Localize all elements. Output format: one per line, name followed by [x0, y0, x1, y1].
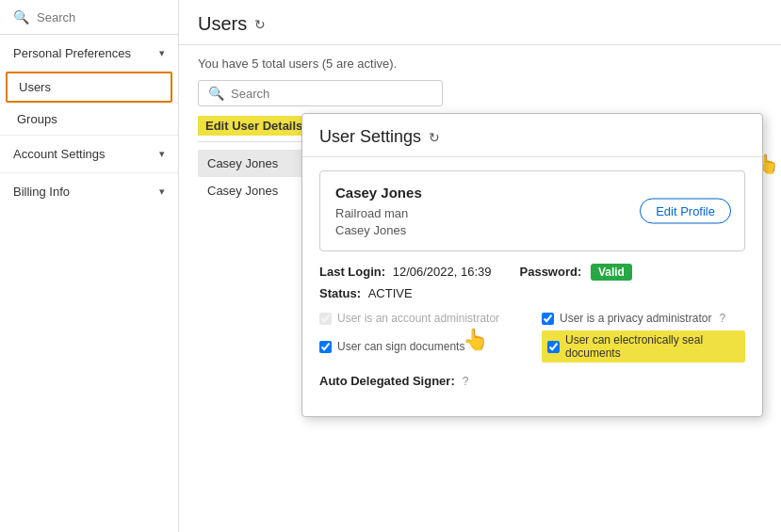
sidebar-item-personal-preferences[interactable]: Personal Preferences ▾	[0, 35, 178, 72]
checkbox-account-admin-input[interactable]	[319, 313, 332, 325]
users-search-input[interactable]	[231, 87, 432, 101]
checkbox-privacy-admin: User is a privacy administrator ?	[542, 312, 745, 325]
checkbox-seal-docs-input[interactable]	[547, 341, 560, 353]
sidebar-item-account-settings[interactable]: Account Settings ▾	[0, 136, 178, 172]
password-info: Password: Valid	[520, 265, 632, 279]
checkbox-sign-docs: User can sign documents	[319, 330, 523, 363]
last-login-info: Last Login: 12/06/2022, 16:39	[319, 265, 492, 279]
main-header: Users ↻	[179, 0, 781, 45]
chevron-down-icon: ▾	[159, 47, 165, 59]
profile-username: Casey Jones	[335, 223, 729, 237]
user-settings-panel: User Settings ↻ Casey Jones Railroad man…	[301, 113, 763, 417]
help-icon[interactable]: ?	[719, 312, 725, 325]
panel-title: User Settings	[319, 127, 421, 147]
tab-edit-user-details[interactable]: Edit User Details	[198, 116, 310, 136]
panel-header: User Settings ↻	[302, 114, 762, 157]
sidebar-search-container: 🔍	[0, 0, 178, 35]
auto-delegate-help-icon[interactable]: ?	[463, 375, 469, 388]
sidebar-item-billing-info[interactable]: Billing Info ▾	[0, 173, 178, 210]
status-row: Status: ACTIVE	[319, 286, 745, 300]
users-count: You have 5 total users (5 are active).	[198, 56, 762, 71]
checkbox-sign-docs-input[interactable]	[319, 341, 332, 353]
sidebar-search-input[interactable]	[37, 10, 165, 24]
search-icon: 🔍	[208, 86, 224, 101]
checkboxes-grid: User is an account administrator User is…	[319, 312, 745, 363]
search-icon: 🔍	[13, 9, 29, 24]
checkbox-account-admin: User is an account administrator	[319, 312, 523, 325]
main-content: Users ↻ You have 5 total users (5 are ac…	[179, 0, 781, 532]
password-badge: Valid	[591, 264, 632, 281]
info-row: Last Login: 12/06/2022, 16:39 Password: …	[319, 265, 745, 279]
chevron-down-icon: ▾	[159, 148, 165, 160]
chevron-down-icon: ▾	[159, 185, 165, 198]
sidebar-item-groups[interactable]: Groups	[0, 104, 178, 135]
auto-delegate-row: Auto Delegated Signer: ?	[319, 374, 745, 388]
profile-card: Casey Jones Railroad man Casey Jones Edi…	[319, 170, 745, 251]
users-search-bar: 🔍	[198, 80, 443, 106]
refresh-icon[interactable]: ↻	[254, 17, 266, 32]
checkbox-seal-docs: User can electronically seal documents	[542, 330, 745, 363]
panel-body: Casey Jones Railroad man Casey Jones Edi…	[302, 157, 762, 401]
checkbox-privacy-admin-input[interactable]	[542, 313, 554, 325]
page-title: Users	[198, 13, 247, 35]
edit-profile-button[interactable]: Edit Profile	[640, 199, 731, 224]
panel-refresh-icon[interactable]: ↻	[429, 130, 440, 145]
sidebar-item-users[interactable]: Users	[6, 72, 172, 103]
sidebar: 🔍 Personal Preferences ▾ Users Groups Ac…	[0, 0, 179, 532]
